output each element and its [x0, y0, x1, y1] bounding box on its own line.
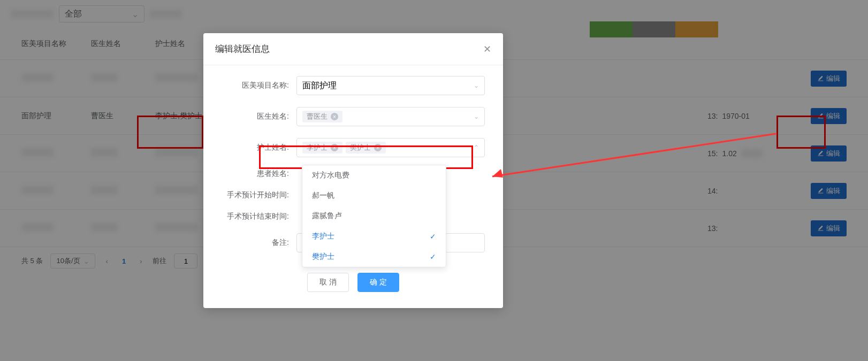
tag-remove-icon[interactable]: ×: [331, 144, 338, 151]
edit-modal: 编辑就医信息 ✕ 医美项目名称: 面部护理 ⌄ 医生姓名: 曹医生 ×: [203, 33, 503, 308]
cancel-button-label: 取 消: [319, 278, 337, 286]
tag-remove-icon[interactable]: ×: [374, 144, 382, 151]
nurse-tag: 李护士 ×: [302, 142, 342, 153]
chevron-down-icon: ⌄: [474, 82, 479, 89]
dropdown-item-text: 郝一帆: [312, 191, 334, 201]
dropdown-item-text: 对方水电费: [312, 171, 349, 180]
dropdown-item[interactable]: 对方水电费: [302, 165, 446, 186]
chevron-down-icon: ⌄: [474, 113, 479, 120]
ok-button[interactable]: 确 定: [357, 273, 399, 292]
nurse-tag: 樊护士 ×: [346, 142, 386, 153]
label-nurse: 护士姓名:: [222, 143, 296, 152]
label-end: 手术预计结束时间:: [222, 212, 296, 221]
check-icon: ✓: [430, 252, 436, 261]
modal-header: 编辑就医信息 ✕: [203, 33, 503, 65]
dropdown-item-text: 樊护士: [312, 252, 334, 262]
doctor-tag-text: 曹医生: [307, 112, 328, 121]
nurse-dropdown[interactable]: 对方水电费 郝一帆 露腻鲁卢 李护士 ✓ 樊护士 ✓: [302, 165, 446, 267]
dropdown-item[interactable]: 樊护士 ✓: [302, 247, 446, 267]
dropdown-item-text: 露腻鲁卢: [312, 211, 342, 221]
dropdown-item[interactable]: 露腻鲁卢: [302, 206, 446, 226]
cancel-button[interactable]: 取 消: [307, 273, 349, 292]
label-doctor: 医生姓名:: [222, 112, 296, 121]
project-select[interactable]: 面部护理 ⌄: [296, 76, 485, 95]
dropdown-item[interactable]: 郝一帆: [302, 186, 446, 206]
nurse-tag-text: 李护士: [307, 143, 328, 152]
label-project: 医美项目名称:: [222, 81, 296, 90]
doctor-tag: 曹医生 ×: [302, 111, 342, 122]
project-select-value: 面部护理: [302, 80, 337, 91]
label-start: 手术预计开始时间:: [222, 190, 296, 200]
field-project: 医美项目名称: 面部护理 ⌄: [222, 76, 485, 95]
close-icon[interactable]: ✕: [483, 43, 491, 55]
check-icon: ✓: [430, 232, 436, 241]
tag-remove-icon[interactable]: ×: [331, 113, 338, 120]
dropdown-item-text: 李护士: [312, 232, 334, 241]
label-patient: 患者姓名:: [222, 169, 296, 179]
chevron-up-icon: ⌃: [474, 144, 479, 151]
modal-title: 编辑就医信息: [215, 43, 270, 55]
field-doctor: 医生姓名: 曹医生 × ⌄: [222, 107, 485, 126]
doctor-multiselect[interactable]: 曹医生 × ⌄: [296, 107, 485, 126]
field-nurse: 护士姓名: 李护士 × 樊护士 × ⌃: [222, 138, 485, 157]
dropdown-item[interactable]: 李护士 ✓: [302, 226, 446, 247]
nurse-tag-text: 樊护士: [350, 143, 371, 152]
label-remark: 备注:: [222, 238, 296, 248]
nurse-multiselect[interactable]: 李护士 × 樊护士 × ⌃: [296, 138, 485, 157]
ok-button-label: 确 定: [370, 278, 387, 286]
